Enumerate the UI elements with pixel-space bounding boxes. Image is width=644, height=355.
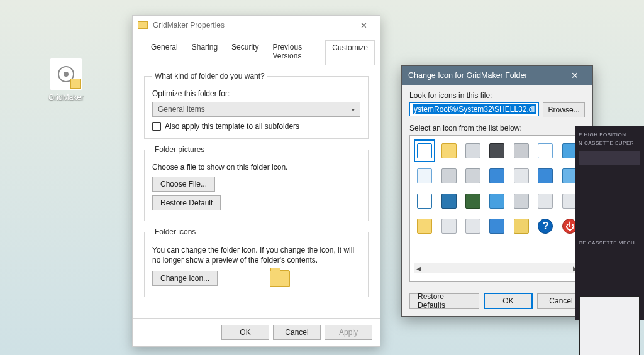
desktop-folder[interactable]: GridMaker [41, 58, 91, 102]
system-icon [514, 194, 529, 209]
tab-general[interactable]: General [144, 40, 185, 65]
icon-cell[interactable] [486, 240, 508, 263]
icon-cell[interactable] [438, 240, 459, 263]
group-folder-type: What kind of folder do you want? Optimiz… [144, 72, 369, 139]
icon-cell[interactable] [462, 240, 484, 263]
system-icon [465, 143, 480, 158]
optimize-select[interactable]: General items ▾ [152, 102, 360, 117]
icon-cell[interactable] [462, 215, 484, 238]
icon-cell[interactable] [511, 190, 532, 212]
icon-cell[interactable] [414, 240, 435, 263]
restore-defaults-button[interactable]: Restore Defaults [409, 293, 479, 309]
folder-icon [138, 21, 148, 29]
group-folder-icons-legend: Folder icons [152, 227, 198, 236]
apply-subfolders-label: Also apply this template to all subfolde… [165, 122, 299, 131]
system-icon [514, 143, 529, 158]
system-icon [417, 219, 432, 234]
system-icon [465, 168, 480, 183]
cancel-button[interactable]: Cancel [273, 325, 321, 340]
icon-cell[interactable]: ? [535, 215, 556, 238]
change-icon-title: Change Icon for GridMaker Folder [408, 71, 528, 80]
desktop-folder-label: GridMaker [41, 93, 91, 102]
tab-sharing[interactable]: Sharing [185, 40, 225, 65]
system-icon [417, 194, 432, 209]
restore-default-button[interactable]: Restore Default [152, 195, 221, 210]
icon-cell[interactable] [486, 139, 508, 162]
properties-titlebar[interactable]: GridMaker Properties ✕ [133, 16, 380, 35]
icon-cell[interactable] [414, 139, 435, 162]
system-icon [538, 143, 553, 158]
close-icon[interactable]: ✕ [352, 21, 375, 30]
icon-cell[interactable] [438, 215, 459, 238]
icon-cell[interactable] [535, 190, 556, 212]
browse-button[interactable]: Browse... [543, 102, 585, 117]
system-icon [489, 219, 504, 234]
icon-cell[interactable] [535, 139, 556, 162]
icon-cell[interactable] [511, 139, 532, 162]
apply-button[interactable]: Apply [325, 325, 372, 340]
system-icon [489, 194, 504, 209]
system-icon [441, 143, 457, 158]
system-icon [514, 168, 529, 183]
icon-file-input-value: ystemRoot%\System32\SHELL32.dl [413, 104, 536, 114]
system-icon [538, 168, 553, 183]
icon-list: ?⏻ ◀ ▶ [409, 135, 585, 282]
ok-button[interactable]: OK [221, 325, 269, 340]
icon-cell[interactable] [535, 165, 556, 187]
folder-pictures-label: Choose a file to show on this folder ico… [152, 163, 360, 172]
properties-body: What kind of folder do you want? Optimiz… [133, 65, 380, 318]
ok-button[interactable]: OK [484, 293, 532, 309]
group-folder-pictures: Folder pictures Choose a file to show on… [144, 145, 369, 221]
icon-cell[interactable] [511, 165, 532, 187]
change-icon-button[interactable]: Change Icon... [152, 271, 218, 286]
icon-cell[interactable] [438, 190, 459, 212]
system-icon: ? [538, 219, 553, 234]
system-icon [489, 168, 504, 183]
icon-cell[interactable] [486, 215, 508, 238]
optimize-label: Optimize this folder for: [152, 89, 360, 98]
icon-cell[interactable] [462, 190, 484, 212]
icon-cell[interactable] [486, 165, 508, 187]
change-icon-titlebar[interactable]: Change Icon for GridMaker Folder ✕ [402, 66, 592, 85]
system-icon [489, 143, 504, 158]
group-folder-type-legend: What kind of folder do you want? [152, 72, 267, 80]
optimize-select-value: General items [158, 105, 205, 114]
properties-tabs: General Sharing Security Previous Versio… [133, 35, 380, 65]
look-for-icons-label: Look for icons in this file: [409, 91, 585, 100]
folder-overlay-icon [70, 79, 80, 89]
icon-cell[interactable] [462, 139, 484, 162]
decorative-cassette: E HIGH POSITION N CASSETTE SUPER CE CASS… [575, 126, 644, 320]
folder-icon [50, 58, 82, 90]
system-icon [465, 194, 480, 209]
checkbox-icon [152, 122, 161, 131]
choose-file-button[interactable]: Choose File... [152, 177, 215, 192]
system-icon [417, 143, 432, 158]
icon-file-input[interactable]: ystemRoot%\System32\SHELL32.dl [409, 102, 539, 116]
folder-icon-preview [270, 270, 290, 287]
icon-cell[interactable] [414, 215, 435, 238]
icon-cell[interactable] [438, 139, 459, 162]
icon-cell[interactable] [486, 190, 508, 212]
system-icon [441, 168, 457, 183]
group-folder-pictures-legend: Folder pictures [152, 145, 207, 154]
icon-cell[interactable] [462, 165, 484, 187]
icon-cell[interactable] [511, 215, 532, 238]
change-icon-dialog: Change Icon for GridMaker Folder ✕ Look … [401, 65, 593, 317]
properties-dialog: GridMaker Properties ✕ General Sharing S… [132, 15, 380, 347]
scroll-left-icon[interactable]: ◀ [416, 265, 421, 272]
icon-cell[interactable] [414, 165, 435, 187]
tab-previous-versions[interactable]: Previous Versions [265, 40, 325, 65]
icon-cell[interactable] [438, 165, 459, 187]
tab-customize[interactable]: Customize [325, 40, 375, 65]
icon-cell[interactable] [511, 240, 532, 263]
chevron-down-icon: ▾ [352, 106, 355, 113]
apply-subfolders-checkbox[interactable]: Also apply this template to all subfolde… [152, 122, 360, 131]
system-icon [441, 219, 457, 234]
select-icon-label: Select an icon from the list below: [409, 124, 585, 133]
system-icon [465, 219, 480, 234]
close-icon[interactable]: ✕ [564, 70, 586, 80]
icon-cell[interactable] [414, 190, 435, 212]
horizontal-scrollbar[interactable]: ◀ ▶ [414, 263, 580, 273]
icon-cell[interactable] [535, 240, 556, 263]
tab-security[interactable]: Security [225, 40, 265, 65]
